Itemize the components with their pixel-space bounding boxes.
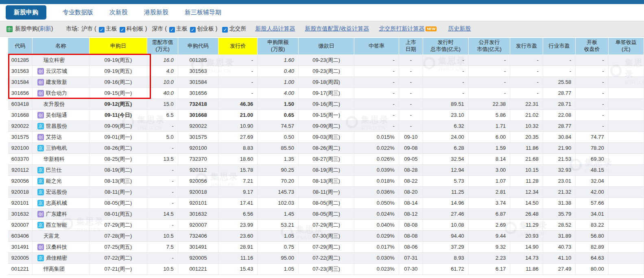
cell-win_rate[interactable]: 0.024% xyxy=(354,208,399,219)
cell-total_mv: 24.00 xyxy=(423,131,468,142)
stock-name: 汉桑科技 xyxy=(46,244,67,250)
cell-open_close: 78.20 xyxy=(576,142,608,153)
cell-list_date: - xyxy=(399,55,423,66)
cell-total_mv: - xyxy=(423,66,468,77)
col-header-pay_date: 缴款日 xyxy=(299,38,354,55)
cell-win_rate[interactable]: 0.015% xyxy=(354,131,399,142)
cell-code[interactable]: 603418 xyxy=(8,99,32,109)
cell-need_value: 16.0 xyxy=(147,55,178,66)
cell-code[interactable]: 920056 xyxy=(8,175,32,186)
cell-code[interactable]: 920005 xyxy=(8,252,32,263)
cell-open_close: - xyxy=(576,88,608,99)
cell-industry_pe: 21.90 xyxy=(543,142,575,153)
cell-sub_date: 09-16(周二) xyxy=(89,77,147,88)
checkbox-sh-main-label: 主板 xyxy=(106,25,117,32)
cell-code[interactable]: 603406 xyxy=(8,230,32,241)
cell-code[interactable]: 920112 xyxy=(8,164,32,175)
link-value-allocation-calculator[interactable]: 新股市值配置/收益计算器 xyxy=(305,25,369,33)
cell-code[interactable]: 301656 xyxy=(8,88,32,99)
stock-name: 瑞立科密 xyxy=(44,57,65,63)
cell-pay_date: 07-30(周三) xyxy=(299,230,354,241)
stock-name: 云汉芯城 xyxy=(46,68,67,74)
cell-win_rate[interactable]: 0.029% xyxy=(354,230,399,241)
link-history-new-stock[interactable]: 历史新股 xyxy=(448,25,471,33)
cell-sub_date: 08-01(周五) xyxy=(89,208,147,219)
board-badge-bse: 京 xyxy=(37,178,44,184)
cell-public_mv: 8.14 xyxy=(468,153,510,164)
table-row: 301668创昊创瑞通09-11(今日)6.530166821.000.6509… xyxy=(8,109,644,120)
cell-code[interactable]: 920101 xyxy=(8,197,32,208)
refresh-link[interactable]: 刷新 xyxy=(40,25,51,32)
cell-industry_pe: 31.89 xyxy=(543,230,575,241)
cell-limit: 0.75 xyxy=(258,241,299,252)
cell-win_rate[interactable]: 0.017% xyxy=(354,241,399,252)
checkbox-sh-star-label: 科创板 xyxy=(127,25,144,32)
table-row: 920100京三协电机08-26(周二)-9201008.8385.5008-2… xyxy=(8,142,644,153)
link-luck-calculator[interactable]: 新股人品计算器 xyxy=(255,25,295,33)
cell-open_close: 64.63 xyxy=(576,252,608,263)
cell-sub_date: 09-01(周一) xyxy=(89,131,147,142)
cell-code[interactable]: 301563 xyxy=(8,66,32,77)
cell-code[interactable]: 603370 xyxy=(8,153,32,164)
cell-code[interactable]: 301632 xyxy=(8,208,32,219)
tab-hk-new-stock[interactable]: 港股新股 xyxy=(144,9,168,16)
cell-sub_code: 301491 xyxy=(178,241,218,252)
link-bse-ipo-calculator[interactable]: 北交所打新计算器 xyxy=(379,25,424,33)
cell-total_mv: 12.94 xyxy=(423,164,468,175)
tab-new-stock-subscription[interactable]: 新股申购 xyxy=(6,5,46,20)
cell-code[interactable]: 301584 xyxy=(8,77,32,88)
cell-public_mv: 2.23 xyxy=(468,252,510,263)
cell-issue_price: - xyxy=(218,55,258,66)
col-header-industry_pe: 行业市盈 xyxy=(543,38,575,55)
checkbox-bse-label: 北交所 xyxy=(229,25,246,32)
col-header-single_gain: 单签收益 (元) xyxy=(608,38,644,55)
cell-list_date: - xyxy=(399,77,423,88)
cell-code[interactable]: 920018 xyxy=(8,186,32,197)
cell-issue_price: 21.00 xyxy=(218,109,258,120)
cell-pay_date: 08-13(周三) xyxy=(299,175,354,186)
tab-sub-new-stock[interactable]: 次新股 xyxy=(109,9,128,16)
cell-code[interactable]: 001221 xyxy=(8,263,32,274)
checkbox-sh-star[interactable]: ✓ xyxy=(120,27,125,33)
tab-pro-data[interactable]: 专业数据版 xyxy=(63,9,93,16)
cell-code[interactable]: 301668 xyxy=(8,109,32,120)
cell-code[interactable]: 301491 xyxy=(8,241,32,252)
cell-sub_date: 09-11(今日) xyxy=(89,109,147,120)
stock-name: 志高机械 xyxy=(46,200,67,206)
cell-code[interactable]: 920007 xyxy=(8,219,32,230)
cell-issue_pe: 26.48 xyxy=(510,208,543,219)
cell-single_gain xyxy=(608,142,644,153)
checkbox-bse[interactable]: ✓ xyxy=(222,27,228,33)
stock-name: 华新精科 xyxy=(44,156,65,162)
cell-issue_pe: 10.32 xyxy=(510,120,543,131)
cell-list_date: 08-12 xyxy=(399,208,423,219)
cell-public_mv: 6.17 xyxy=(468,263,510,274)
cell-limit: 1.05 xyxy=(258,230,299,241)
cell-issue_price: - xyxy=(218,66,258,77)
bse-group: ✓北交所 xyxy=(220,25,246,33)
cell-limit: 53.21 xyxy=(258,219,299,230)
cell-total_mv: - xyxy=(423,55,468,66)
cell-total_mv: 8.93 xyxy=(423,252,468,263)
cell-sub_code: 301668 xyxy=(178,109,218,120)
stock-name: 宏远股份 xyxy=(46,189,67,195)
checkbox-sz-main[interactable]: ✓ xyxy=(169,27,175,33)
cell-name: 创艾芬达 xyxy=(32,131,89,142)
checkbox-sz-chinext[interactable]: ✓ xyxy=(190,27,196,33)
cell-list_date: 08-28 xyxy=(399,164,423,175)
cell-name: 创云汉芯城 xyxy=(32,66,89,77)
cell-code[interactable]: 920100 xyxy=(8,142,32,153)
cell-sub_date: 09-19(周五) xyxy=(89,55,147,66)
cell-win_rate[interactable]: 0.023% xyxy=(354,263,399,274)
cell-code[interactable]: 920022 xyxy=(8,120,32,131)
checkbox-sh-main[interactable]: ✓ xyxy=(99,27,105,33)
cell-name: 京宏远股份 xyxy=(32,186,89,197)
market-label: 市场: xyxy=(66,25,79,33)
tab-neeq-tutoring[interactable]: 新三板辅导期 xyxy=(185,9,221,16)
cell-win_rate[interactable]: 0.026% xyxy=(354,153,399,164)
cell-code[interactable]: 001285 xyxy=(8,55,32,66)
ipo-table: 代码名称申购日需配市值 (万元)申购代码发行价申购限额 (万股)缴款日中签率上市… xyxy=(8,38,644,275)
cell-code[interactable]: 301575 xyxy=(8,131,32,142)
cell-industry_pe: - xyxy=(543,66,575,77)
cell-industry_pe: 31.38 xyxy=(543,197,575,208)
